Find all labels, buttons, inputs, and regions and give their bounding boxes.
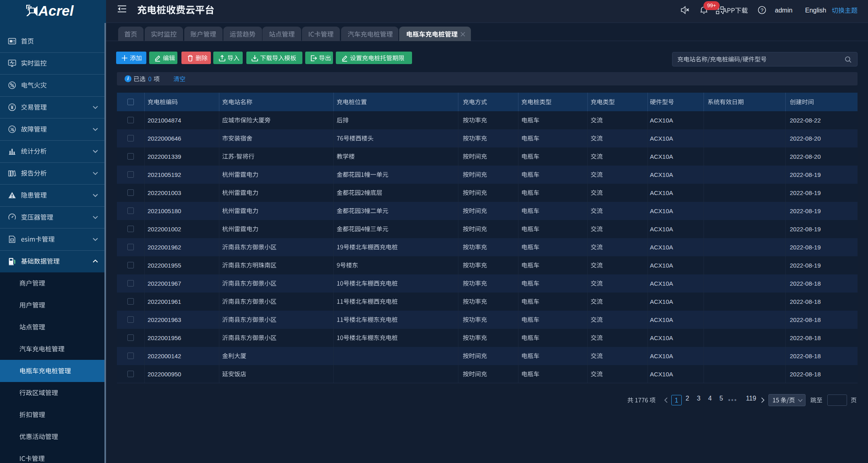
svg-text:?: ? [760, 7, 763, 13]
